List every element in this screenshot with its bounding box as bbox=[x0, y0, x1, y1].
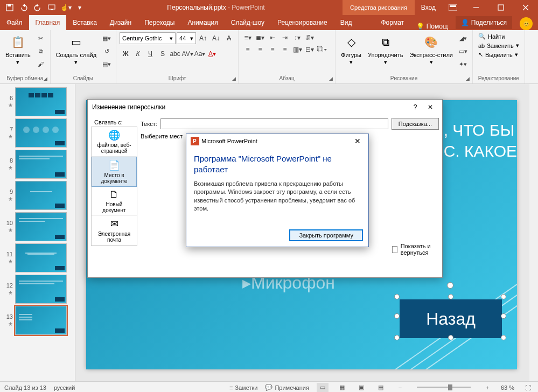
tell-me-search[interactable]: 💡Помощ bbox=[411, 23, 453, 30]
tab-home[interactable]: Главная bbox=[29, 15, 67, 30]
resize-handle[interactable] bbox=[394, 335, 400, 340]
arrange-button[interactable]: ⧉Упорядочить▾ bbox=[366, 32, 405, 67]
resize-handle[interactable] bbox=[394, 294, 400, 299]
line-spacing-icon[interactable]: ↕▾ bbox=[291, 32, 303, 43]
change-case-icon[interactable]: Aa▾ bbox=[194, 48, 206, 59]
reading-view-icon[interactable]: ▣ bbox=[355, 383, 367, 393]
justify-icon[interactable]: ≡ bbox=[279, 44, 291, 55]
clear-formatting-icon[interactable]: A̶ bbox=[223, 33, 235, 44]
italic-button[interactable]: К bbox=[132, 48, 144, 59]
resize-handle[interactable] bbox=[501, 335, 506, 340]
tab-format[interactable]: Формат bbox=[374, 15, 410, 30]
smartart-icon[interactable]: ⿻▾ bbox=[316, 44, 328, 55]
redo-icon[interactable] bbox=[31, 1, 44, 14]
align-center-icon[interactable]: ≡ bbox=[254, 44, 266, 55]
save-icon[interactable] bbox=[3, 1, 16, 14]
start-from-beginning-icon[interactable] bbox=[45, 1, 58, 14]
link-type-new-doc[interactable]: 🗋Новый документ bbox=[92, 187, 137, 216]
resize-handle[interactable] bbox=[448, 335, 453, 340]
comments-button[interactable]: 💬Примечания bbox=[265, 384, 309, 391]
layout-icon[interactable]: ▦▾ bbox=[101, 32, 113, 44]
sorter-view-icon[interactable]: ▦ bbox=[336, 383, 348, 393]
thumbnail-12[interactable] bbox=[15, 275, 67, 304]
link-type-email[interactable]: ✉Электронная почта bbox=[92, 216, 137, 246]
quick-styles-button[interactable]: 🎨Экспресс-стили▾ bbox=[408, 32, 455, 67]
tab-insert[interactable]: Вставка bbox=[66, 15, 103, 30]
tab-view[interactable]: Вид bbox=[334, 15, 359, 30]
zoom-level[interactable]: 63 % bbox=[501, 384, 514, 391]
qat-customize-icon[interactable]: ▾ bbox=[73, 1, 86, 14]
shadow-button[interactable]: S bbox=[157, 48, 169, 59]
help-button[interactable]: ? bbox=[408, 103, 423, 111]
screentip-button[interactable]: Подсказка... bbox=[392, 118, 439, 130]
close-program-button[interactable]: Закрыть программу bbox=[289, 229, 363, 241]
bold-button[interactable]: Ж bbox=[120, 48, 131, 59]
text-direction-icon[interactable]: ⇵▾ bbox=[304, 32, 316, 43]
thumbnail-9[interactable] bbox=[15, 181, 67, 210]
rotate-handle[interactable] bbox=[447, 282, 453, 289]
vertical-scrollbar[interactable] bbox=[529, 84, 538, 381]
paste-button[interactable]: 📋 Вставить▾ bbox=[3, 32, 33, 67]
select-button[interactable]: ↖Выделить ▾ bbox=[476, 51, 520, 59]
slide-counter[interactable]: Слайд 13 из 13 bbox=[4, 384, 46, 391]
zoom-slider[interactable] bbox=[417, 387, 471, 388]
find-button[interactable]: 🔍Найти bbox=[476, 32, 507, 40]
sign-in-button[interactable]: Вход bbox=[415, 4, 442, 11]
thumbnail-8[interactable] bbox=[15, 150, 67, 179]
align-right-icon[interactable]: ≡ bbox=[267, 44, 278, 55]
increase-indent-icon[interactable]: ⇥ bbox=[279, 32, 291, 43]
zoom-out-icon[interactable]: − bbox=[394, 383, 406, 393]
resize-handle[interactable] bbox=[448, 294, 453, 299]
close-icon[interactable]: ✕ bbox=[423, 103, 438, 111]
thumbnail-10[interactable] bbox=[15, 212, 67, 241]
zoom-thumb[interactable] bbox=[448, 384, 452, 390]
thumbnail-7[interactable] bbox=[15, 118, 67, 148]
normal-view-icon[interactable]: ▭ bbox=[317, 383, 329, 393]
clipboard-dialog-launcher[interactable]: ◢ bbox=[43, 75, 49, 82]
reset-icon[interactable]: ↺ bbox=[101, 45, 113, 57]
thumbnail-6[interactable] bbox=[15, 87, 67, 116]
fit-to-window-icon[interactable]: ⛶ bbox=[522, 383, 534, 393]
slide-back-button-shape[interactable]: Назад bbox=[400, 299, 502, 338]
shape-outline-icon[interactable]: ▭▾ bbox=[457, 45, 469, 57]
tab-review[interactable]: Рецензирование bbox=[271, 15, 334, 30]
font-name-combo[interactable]: Century Gothic▾ bbox=[120, 32, 176, 44]
slideshow-view-icon[interactable]: ▤ bbox=[375, 383, 387, 393]
new-slide-button[interactable]: ▭ Создать слайд▾ bbox=[54, 32, 99, 67]
tab-slideshow[interactable]: Слайд-шоу bbox=[225, 15, 271, 30]
checkbox-icon[interactable] bbox=[392, 246, 397, 253]
resize-handle[interactable] bbox=[501, 313, 506, 319]
error-dialog-titlebar[interactable]: P Microsoft PowerPoint ✕ bbox=[186, 134, 368, 148]
display-text-input[interactable] bbox=[160, 118, 388, 129]
ribbon-display-options-icon[interactable] bbox=[442, 0, 464, 15]
minimize-button[interactable] bbox=[464, 0, 488, 15]
font-dialog-launcher[interactable]: ◢ bbox=[230, 75, 237, 82]
format-painter-icon[interactable]: 🖌 bbox=[35, 58, 47, 70]
language-indicator[interactable]: русский bbox=[54, 384, 75, 391]
drawing-dialog-launcher[interactable]: ◢ bbox=[465, 75, 471, 82]
maximize-button[interactable] bbox=[488, 0, 513, 15]
thumbnail-11[interactable] bbox=[15, 243, 67, 272]
tab-transitions[interactable]: Переходы bbox=[138, 15, 181, 30]
align-text-icon[interactable]: ⊟▾ bbox=[304, 44, 316, 55]
decrease-font-icon[interactable]: A↓ bbox=[210, 33, 222, 44]
underline-button[interactable]: Ч bbox=[144, 48, 156, 59]
decrease-indent-icon[interactable]: ⇤ bbox=[267, 32, 278, 43]
char-spacing-icon[interactable]: AV▾ bbox=[181, 48, 193, 59]
resize-handle[interactable] bbox=[501, 294, 506, 299]
undo-icon[interactable] bbox=[17, 1, 30, 14]
font-color-icon[interactable]: A▾ bbox=[206, 48, 218, 59]
paragraph-dialog-launcher[interactable]: ◢ bbox=[327, 75, 334, 82]
link-type-file-web[interactable]: 🌐файлом, веб-страницей bbox=[92, 127, 137, 157]
columns-icon[interactable]: ▥▾ bbox=[291, 44, 303, 55]
show-and-return-checkbox[interactable]: Показать и вернуться bbox=[392, 243, 442, 256]
feedback-emoji-icon[interactable]: 😊 bbox=[520, 17, 533, 30]
shapes-button[interactable]: ◇Фигуры▾ bbox=[339, 32, 364, 67]
thumbnail-13[interactable] bbox=[15, 306, 67, 335]
notes-button[interactable]: ≡Заметки bbox=[229, 384, 258, 391]
share-button[interactable]: 👤Поделиться bbox=[456, 16, 512, 29]
increase-font-icon[interactable]: A↑ bbox=[197, 33, 209, 44]
shape-fill-icon[interactable]: ◢▾ bbox=[457, 32, 469, 44]
numbering-icon[interactable]: ≣▾ bbox=[254, 32, 266, 43]
tab-file[interactable]: Файл bbox=[0, 15, 29, 30]
